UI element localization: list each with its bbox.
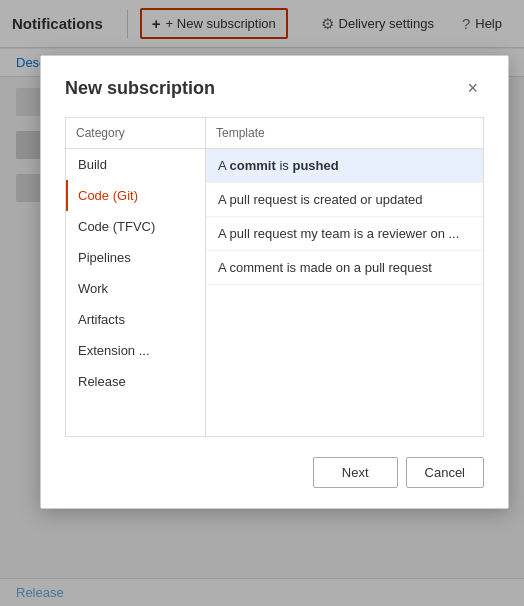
cancel-button[interactable]: Cancel (406, 457, 484, 488)
modal-footer: Next Cancel (65, 449, 484, 488)
category-item-build[interactable]: Build (66, 149, 205, 180)
modal-header: New subscription × (65, 76, 484, 101)
category-header: Category (66, 118, 205, 149)
category-item-extension[interactable]: Extension ... (66, 335, 205, 366)
modal-title: New subscription (65, 78, 215, 99)
category-item-work[interactable]: Work (66, 273, 205, 304)
bold-pushed: pushed (292, 158, 338, 173)
next-button[interactable]: Next (313, 457, 398, 488)
template-column: Template A commit is pushed A pull reque… (206, 118, 483, 436)
modal-close-button[interactable]: × (461, 76, 484, 101)
template-list: A commit is pushed A pull request is cre… (206, 149, 483, 436)
category-column: Category Build Code (Git) Code (TFVC) Pi… (66, 118, 206, 436)
category-item-pipelines[interactable]: Pipelines (66, 242, 205, 273)
category-item-code-tfvc[interactable]: Code (TFVC) (66, 211, 205, 242)
category-item-release[interactable]: Release (66, 366, 205, 397)
category-list: Build Code (Git) Code (TFVC) Pipelines W… (66, 149, 205, 397)
template-item-pr-comment[interactable]: A comment is made on a pull request (206, 251, 483, 285)
category-item-artifacts[interactable]: Artifacts (66, 304, 205, 335)
modal-body: Category Build Code (Git) Code (TFVC) Pi… (65, 117, 484, 437)
template-item-pr-reviewer[interactable]: A pull request my team is a reviewer on … (206, 217, 483, 251)
template-item-commit-pushed[interactable]: A commit is pushed (206, 149, 483, 183)
template-header: Template (206, 118, 483, 149)
bold-commit: commit (230, 158, 276, 173)
template-item-pr-created[interactable]: A pull request is created or updated (206, 183, 483, 217)
modal-dialog: New subscription × Category Build Code (… (40, 55, 509, 509)
category-item-code-git[interactable]: Code (Git) (66, 180, 205, 211)
